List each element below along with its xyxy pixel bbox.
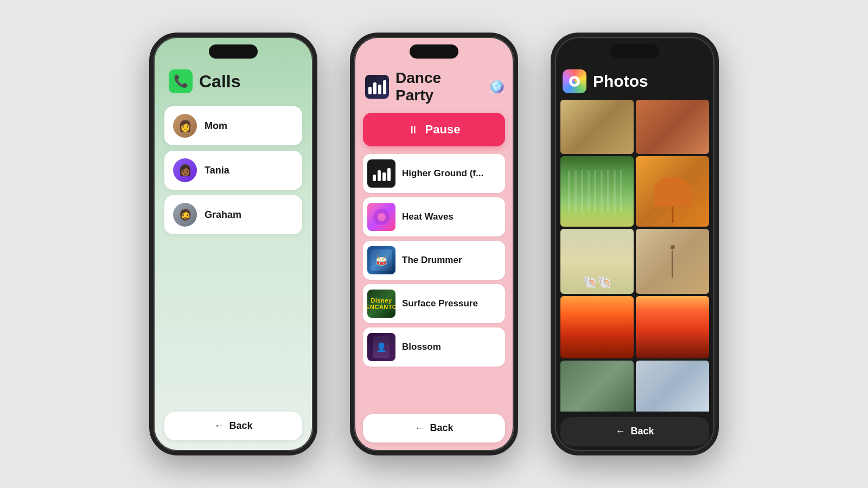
avatar: 👩🏾 <box>173 158 197 182</box>
art-text: DisneyENCANTO <box>367 297 395 310</box>
calls-title: Calls <box>199 72 240 92</box>
bar <box>373 82 376 94</box>
photo-thumbnail[interactable] <box>560 100 634 154</box>
dynamic-island-music <box>410 44 458 59</box>
bar <box>368 87 372 94</box>
art-emoji: 🥁 <box>375 254 387 266</box>
list-item[interactable]: Heat Waves <box>363 197 505 236</box>
song-list: Higher Ground (f... Heat Waves 🥁 The <box>363 154 505 408</box>
list-item[interactable]: 👩 Mom <box>164 106 302 145</box>
back-button[interactable]: ← Back <box>164 412 302 440</box>
bar-chart-icon <box>373 166 391 181</box>
bar <box>383 80 386 94</box>
photos-icon-center <box>572 79 577 84</box>
photo-thumbnail[interactable] <box>560 361 634 412</box>
photo-thumbnail[interactable] <box>636 296 709 358</box>
umbrella-shape <box>654 177 692 207</box>
playlist-icon <box>365 75 389 99</box>
contact-name: Tania <box>205 165 229 176</box>
photos-title: Photos <box>593 72 648 91</box>
photo-thumbnail[interactable]: 🐚🐚 <box>560 229 634 294</box>
photo-thumbnail[interactable] <box>636 156 709 227</box>
song-title: Surface Pressure <box>402 298 478 309</box>
bar <box>373 175 376 181</box>
photo-thumbnail[interactable] <box>560 156 634 227</box>
art-detail: 👤 <box>373 336 390 358</box>
avatar: 👩 <box>173 114 197 138</box>
list-item[interactable]: Higher Ground (f... <box>363 154 505 193</box>
disco-ball-icon: 🪩 <box>489 79 505 94</box>
umbrella-pole <box>672 207 673 223</box>
shadow-figure <box>671 245 675 278</box>
photos-app-icon <box>563 69 586 93</box>
bar <box>378 170 381 181</box>
bar <box>378 85 381 94</box>
calls-header: 📞 Calls <box>164 69 302 93</box>
calls-list: 👩 Mom 👩🏾 Tania 🧔 Graham <box>164 106 302 405</box>
song-art: 👤 <box>367 333 395 361</box>
art-detail <box>373 209 390 225</box>
art-inner <box>378 213 386 221</box>
photo-detail <box>568 170 627 213</box>
art-emoji: 👤 <box>376 342 387 352</box>
back-label: Back <box>229 420 252 432</box>
pause-icon: ⏸ <box>408 124 419 136</box>
back-label: Back <box>630 426 654 437</box>
back-button[interactable]: ← Back <box>560 417 709 446</box>
avatar: 🧔 <box>173 203 197 227</box>
phone-calls: 📞 Calls 👩 Mom 👩🏾 Tania 🧔 Graham ← Back <box>149 33 317 455</box>
contact-name: Graham <box>205 209 241 221</box>
pause-label: Pause <box>425 123 461 137</box>
bar <box>387 168 391 181</box>
head <box>671 245 675 249</box>
back-button[interactable]: ← Back <box>363 414 505 442</box>
list-item[interactable]: DisneyENCANTO Surface Pressure <box>363 284 505 323</box>
photos-header: Photos <box>560 69 709 93</box>
photos-grid: 🐚🐚 <box>560 100 709 412</box>
photo-thumbnail[interactable] <box>560 296 634 358</box>
song-art <box>367 203 395 231</box>
back-arrow-icon: ← <box>214 420 224 432</box>
song-art: DisneyENCANTO <box>367 290 395 318</box>
song-title: Heat Waves <box>402 211 454 222</box>
photos-icon-inner <box>569 76 580 87</box>
song-art: 🥁 <box>367 246 395 274</box>
art-detail: 🥁 <box>371 249 392 271</box>
photo-thumbnail[interactable] <box>636 229 709 294</box>
phone-music: Dance Party 🪩 ⏸ Pause Higher Ground (f..… <box>350 33 518 455</box>
bar-chart-icon <box>368 79 386 94</box>
song-title: The Drummer <box>402 255 462 266</box>
song-title: Blossom <box>402 342 441 352</box>
dynamic-island-calls <box>209 44 258 59</box>
list-item[interactable]: 👤 Blossom <box>363 328 505 367</box>
back-arrow-icon: ← <box>615 426 625 437</box>
music-header: Dance Party 🪩 <box>363 69 505 104</box>
body <box>672 251 673 278</box>
contact-name: Mom <box>205 120 227 132</box>
song-title: Higher Ground (f... <box>402 168 483 179</box>
pause-button[interactable]: ⏸ Pause <box>363 113 505 146</box>
list-item[interactable]: 🥁 The Drummer <box>363 241 505 280</box>
shells-emoji: 🐚🐚 <box>583 275 612 290</box>
dynamic-island-photos <box>610 44 659 59</box>
photo-thumbnail[interactable] <box>636 100 709 154</box>
list-item[interactable]: 👩🏾 Tania <box>164 151 302 190</box>
back-label: Back <box>430 422 453 434</box>
list-item[interactable]: 🧔 Graham <box>164 195 302 234</box>
playlist-title: Dance Party <box>395 69 482 104</box>
song-art <box>367 159 395 188</box>
phone-icon: 📞 <box>169 69 193 93</box>
phone-photos: Photos 🐚🐚 <box>551 33 719 455</box>
photo-thumbnail[interactable] <box>636 361 709 412</box>
bar <box>382 172 386 181</box>
back-arrow-icon: ← <box>414 422 424 434</box>
